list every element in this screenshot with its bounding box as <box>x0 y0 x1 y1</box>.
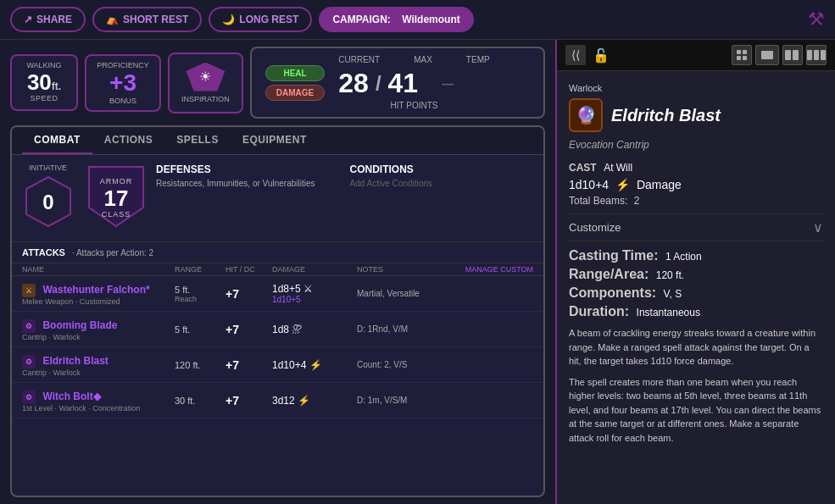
hp-box: HEAL DAMAGE CURRENT MAX TEMP 28 / 41 <box>250 47 545 119</box>
col-notes: NOTES <box>357 265 457 274</box>
attack-hit-1: +7 <box>225 287 272 301</box>
attack-name-3: ⚙ Eldritch Blast Cantrip · Warlock <box>22 352 175 377</box>
share-button[interactable]: ↗ SHARE <box>10 7 86 32</box>
long-rest-button[interactable]: 🌙 LONG REST <box>209 7 312 32</box>
long-rest-icon: 🌙 <box>222 14 235 25</box>
attack-detail: Melee Weapon · Customized <box>22 297 175 306</box>
casting-time-row: Casting Time: 1 Action <box>569 248 823 263</box>
tab-spells[interactable]: SPELLS <box>164 127 231 154</box>
col-manage[interactable]: MANAGE CUSTOM <box>457 265 533 274</box>
defenses-box: DEFENSES Resistances, Immunities, or Vul… <box>156 163 342 233</box>
attack-notes-2: D: 1Rnd, V/M <box>357 324 457 334</box>
cast-row: CAST At Will <box>569 159 823 174</box>
attack-notes-3: Count: 2, V/S <box>357 360 457 369</box>
defenses-text: Resistances, Immunities, or Vulnerabilit… <box>156 179 342 188</box>
attack-detail: Cantrip · Warlock <box>22 368 175 377</box>
initiative-hex-shape: 0 <box>25 175 72 228</box>
chevron-down-icon: ∨ <box>813 219 823 235</box>
col-range: RANGE <box>175 265 225 274</box>
attack-name-label[interactable]: Booming Blade <box>42 319 117 331</box>
layout-btn-4[interactable] <box>806 45 827 65</box>
cantrip-icon: ⚙ <box>22 390 36 404</box>
range-row: Range/Area: 120 ft. <box>569 267 823 282</box>
conditions-text: Add Active Conditions <box>350 179 536 188</box>
attack-name-label[interactable]: Wastehunter Falchon* <box>42 284 149 296</box>
campaign-button[interactable]: CAMPAIGN: Wildemount <box>319 7 473 32</box>
inspiration-icon: ☀ <box>186 63 225 91</box>
initiative-label: INITIATIVE <box>20 163 75 172</box>
short-rest-button[interactable]: ⛺ SHORT REST <box>92 7 202 32</box>
attack-detail: Cantrip · Warlock <box>22 333 175 341</box>
right-panel: ⟨⟨ 🔓 <box>555 40 835 504</box>
right-top-bar: ⟨⟨ 🔓 <box>557 40 835 71</box>
cast-value: At Will <box>604 162 632 174</box>
layout-btn-3[interactable] <box>782 45 803 65</box>
left-panel: WALKING 30ft. SPEED PROFICIENCY +3 BONUS… <box>0 40 555 504</box>
armor-class-box: ARMOR 17 CLASS <box>84 163 148 233</box>
hp-header: CURRENT MAX TEMP <box>338 55 489 64</box>
attack-notes-1: Martial, Versatile <box>357 289 457 298</box>
lock-icon: 🔓 <box>593 47 610 64</box>
attacks-section: ATTACKS · Attacks per Action: 2 NAME RAN… <box>12 242 543 496</box>
components-row: Components: V, S <box>569 285 823 301</box>
conditions-box: CONDITIONS Add Active Conditions <box>350 163 536 233</box>
attacks-header-row: ATTACKS · Attacks per Action: 2 <box>12 242 543 263</box>
attack-damage-1: 1d8+5 ⚔ 1d10+5 <box>272 283 357 304</box>
hp-label: HIT POINTS <box>338 101 489 110</box>
table-row: ⚔ Wastehunter Falchon* Melee Weapon · Cu… <box>12 276 543 312</box>
spell-class: Warlock <box>569 83 823 93</box>
attacks-table-header: NAME RANGE HIT / DC DAMAGE NOTES MANAGE … <box>12 263 543 276</box>
col-name: NAME <box>22 265 175 274</box>
proficiency-stat: PROFICIENCY +3 BONUS <box>85 54 161 112</box>
tab-equipment[interactable]: EQUIPMENT <box>231 127 319 154</box>
cantrip-icon: ⚙ <box>22 355 36 368</box>
walking-value: 30ft. <box>20 70 68 95</box>
hp-buttons: HEAL DAMAGE <box>265 65 325 101</box>
customize-row[interactable]: Customize ∨ <box>569 213 823 241</box>
attack-name-label[interactable]: Witch Bolt◆ <box>42 390 100 402</box>
attack-hit-4: +7 <box>225 394 272 407</box>
inspiration-label: INSPIRATION <box>181 95 230 103</box>
table-row: ⚙ Booming Blade Cantrip · Warlock 5 ft. … <box>12 312 543 347</box>
table-row: ⚙ Witch Bolt◆ 1st Level · Warlock · Conc… <box>12 383 543 418</box>
attacks-title: ATTACKS <box>22 247 65 258</box>
layout-btn-2[interactable] <box>755 45 779 65</box>
cast-label: CAST <box>569 162 597 174</box>
attack-hit-2: +7 <box>225 323 272 336</box>
spell-desc-2: The spell creates more than one beam whe… <box>569 375 823 446</box>
attack-damage-3: 1d10+4 ⚡ <box>272 359 357 371</box>
hp-current: 28 <box>338 68 369 99</box>
share-icon: ↗ <box>24 14 32 25</box>
speed-label: SPEED <box>20 94 68 102</box>
attack-range-2: 5 ft. <box>175 324 225 335</box>
walking-label: WALKING <box>20 61 68 69</box>
attack-range-1: 5 ft. Reach <box>175 285 225 303</box>
anvil-icon: ⚒ <box>808 8 825 30</box>
attack-damage-2: 1d8 ⛈ <box>272 324 357 335</box>
spell-description: A beam of crackling energy streaks towar… <box>569 326 823 445</box>
proficiency-label: PROFICIENCY <box>95 61 151 69</box>
spell-name: Eldritch Blast <box>611 106 721 125</box>
stats-row: WALKING 30ft. SPEED PROFICIENCY +3 BONUS… <box>0 40 555 125</box>
total-beams-row: Total Beams: 2 <box>569 195 823 207</box>
hp-values: CURRENT MAX TEMP 28 / 41 — HIT POINTS <box>338 55 489 110</box>
tab-combat[interactable]: COMBAT <box>22 127 92 154</box>
combat-body: INITIATIVE 0 ARMOR 17 CLASS DEFENS <box>12 155 543 242</box>
bonus-label: BONUS <box>95 97 151 105</box>
attack-damage-4: 3d12 ⚡ <box>272 395 357 407</box>
conditions-title: CONDITIONS <box>350 163 536 175</box>
attack-name-label[interactable]: Eldritch Blast <box>42 355 108 367</box>
inspiration-stat: ☀ INSPIRATION <box>168 53 243 114</box>
short-rest-icon: ⛺ <box>106 14 119 25</box>
nav-left-button[interactable]: ⟨⟨ <box>565 45 586 65</box>
attack-hit-3: +7 <box>225 358 272 372</box>
heal-button[interactable]: HEAL <box>265 65 325 81</box>
top-bar: ↗ SHARE ⛺ SHORT REST 🌙 LONG REST CAMPAIG… <box>0 0 835 40</box>
main-content: WALKING 30ft. SPEED PROFICIENCY +3 BONUS… <box>0 40 835 504</box>
damage-button[interactable]: DAMAGE <box>265 85 325 101</box>
tab-actions[interactable]: ACTIONS <box>92 127 165 154</box>
duration-row: Duration: Instantaneous <box>569 304 823 319</box>
initiative-box: INITIATIVE 0 <box>20 163 75 233</box>
layout-btn-1[interactable] <box>732 45 752 65</box>
armor-shield-shape: ARMOR 17 CLASS <box>86 163 147 230</box>
